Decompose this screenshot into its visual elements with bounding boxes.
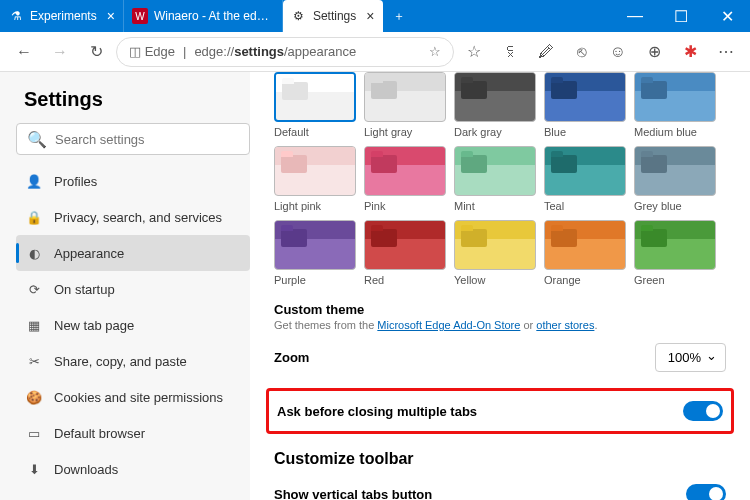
- theme-label: Pink: [364, 200, 446, 212]
- theme-label: Medium blue: [634, 126, 716, 138]
- feedback-button[interactable]: ☺: [602, 36, 634, 68]
- tab-label: Winaero - At the edge of tweak: [154, 9, 274, 23]
- collections-button[interactable]: ⫁: [494, 36, 526, 68]
- theme-label: Teal: [544, 200, 626, 212]
- separator: |: [183, 44, 186, 59]
- back-button[interactable]: ←: [8, 36, 40, 68]
- theme-blue[interactable]: Blue: [544, 72, 626, 138]
- nav-icon: ✂: [26, 354, 42, 369]
- close-window-button[interactable]: ✕: [704, 0, 750, 32]
- theme-light-pink[interactable]: Light pink: [274, 146, 356, 212]
- theme-teal[interactable]: Teal: [544, 146, 626, 212]
- theme-purple[interactable]: Purple: [274, 220, 356, 286]
- new-tab-button[interactable]: ＋: [383, 0, 415, 32]
- close-icon[interactable]: ×: [107, 8, 115, 24]
- nav-label: Default browser: [54, 426, 145, 441]
- zoom-row: Zoom 100%: [274, 331, 726, 384]
- sidebar-item-on-startup[interactable]: ⟳On startup: [16, 271, 250, 307]
- flask-icon: ⚗: [8, 8, 24, 24]
- theme-red[interactable]: Red: [364, 220, 446, 286]
- sidebar-item-profiles[interactable]: 👤Profiles: [16, 163, 250, 199]
- sidebar-item-cookies-and-site-permissions[interactable]: 🍪Cookies and site permissions: [16, 379, 250, 415]
- search-settings[interactable]: 🔍: [16, 123, 250, 155]
- ask-close-tabs-label: Ask before closing multiple tabs: [277, 404, 477, 419]
- theme-label: Light gray: [364, 126, 446, 138]
- customize-toolbar-heading: Customize toolbar: [274, 450, 726, 468]
- sidebar-item-downloads[interactable]: ⬇Downloads: [16, 451, 250, 487]
- edit-button[interactable]: 🖉: [530, 36, 562, 68]
- sidebar-item-appearance[interactable]: ◐Appearance: [16, 235, 250, 271]
- vertical-tabs-row: Show vertical tabs button: [274, 472, 726, 500]
- sidebar-item-default-browser[interactable]: ▭Default browser: [16, 415, 250, 451]
- nav-icon: 🔒: [26, 210, 42, 225]
- highlighted-setting: Ask before closing multiple tabs: [266, 388, 734, 434]
- theme-medium-blue[interactable]: Medium blue: [634, 72, 716, 138]
- search-input[interactable]: [55, 132, 239, 147]
- theme-default[interactable]: Default: [274, 72, 356, 138]
- sidebar-item-share-copy-and-paste[interactable]: ✂Share, copy, and paste: [16, 343, 250, 379]
- nav-icon: ▦: [26, 318, 42, 333]
- forward-button[interactable]: →: [44, 36, 76, 68]
- theme-grey-blue[interactable]: Grey blue: [634, 146, 716, 212]
- gear-icon: ⚙: [291, 8, 307, 24]
- nav-icon: ▭: [26, 426, 42, 441]
- vertical-tabs-toggle[interactable]: [686, 484, 726, 500]
- nav-label: Cookies and site permissions: [54, 390, 223, 405]
- star-icon[interactable]: ☆: [429, 44, 441, 59]
- reload-button[interactable]: ↻: [80, 36, 112, 68]
- site-icon: W: [132, 8, 148, 24]
- tab-winaero[interactable]: W Winaero - At the edge of tweak: [124, 0, 283, 32]
- theme-pink[interactable]: Pink: [364, 146, 446, 212]
- sidebar-item-family-safety[interactable]: ♡Family safety: [16, 487, 250, 500]
- ask-close-tabs-toggle[interactable]: [683, 401, 723, 421]
- favorites-button[interactable]: ☆: [458, 36, 490, 68]
- zoom-label: Zoom: [274, 350, 309, 365]
- theme-mint[interactable]: Mint: [454, 146, 536, 212]
- address-bar[interactable]: ◫ Edge | edge://settings/appearance ☆: [116, 37, 454, 67]
- main-content: DefaultLight grayDark grayBlueMedium blu…: [250, 72, 750, 500]
- close-icon[interactable]: ×: [366, 8, 374, 24]
- nav-label: Share, copy, and paste: [54, 354, 187, 369]
- theme-yellow[interactable]: Yellow: [454, 220, 536, 286]
- profile-button[interactable]: ✱: [674, 36, 706, 68]
- sidebar-item-privacy-search-and-services[interactable]: 🔒Privacy, search, and services: [16, 199, 250, 235]
- share-button[interactable]: ⎋: [566, 36, 598, 68]
- nav-icon: ⬇: [26, 462, 42, 477]
- tab-label: Experiments: [30, 9, 97, 23]
- theme-label: Purple: [274, 274, 356, 286]
- titlebar: ⚗ Experiments × W Winaero - At the edge …: [0, 0, 750, 32]
- theme-label: Light pink: [274, 200, 356, 212]
- zoom-select[interactable]: 100%: [655, 343, 726, 372]
- theme-label: Orange: [544, 274, 626, 286]
- nav-label: On startup: [54, 282, 115, 297]
- theme-green[interactable]: Green: [634, 220, 716, 286]
- addon-store-link[interactable]: Microsoft Edge Add-On Store: [377, 319, 520, 331]
- theme-label: Yellow: [454, 274, 536, 286]
- theme-dark-gray[interactable]: Dark gray: [454, 72, 536, 138]
- sidebar: Settings 🔍 👤Profiles🔒Privacy, search, an…: [0, 72, 250, 500]
- nav-label: Downloads: [54, 462, 118, 477]
- site-identity: ◫ Edge: [129, 44, 175, 59]
- theme-label: Red: [364, 274, 446, 286]
- extensions-button[interactable]: ⊕: [638, 36, 670, 68]
- theme-orange[interactable]: Orange: [544, 220, 626, 286]
- menu-button[interactable]: ⋯: [710, 36, 742, 68]
- other-stores-link[interactable]: other stores: [536, 319, 594, 331]
- minimize-button[interactable]: —: [612, 0, 658, 32]
- tab-experiments[interactable]: ⚗ Experiments ×: [0, 0, 124, 32]
- tab-settings[interactable]: ⚙ Settings ×: [283, 0, 384, 32]
- nav-label: Privacy, search, and services: [54, 210, 222, 225]
- maximize-button[interactable]: ☐: [658, 0, 704, 32]
- nav-label: New tab page: [54, 318, 134, 333]
- tab-label: Settings: [313, 9, 356, 23]
- nav-icon: 🍪: [26, 390, 42, 405]
- theme-light-gray[interactable]: Light gray: [364, 72, 446, 138]
- nav-label: Profiles: [54, 174, 97, 189]
- custom-theme-sub: Get themes from the Microsoft Edge Add-O…: [274, 319, 726, 331]
- nav-label: Appearance: [54, 246, 124, 261]
- search-icon: 🔍: [27, 130, 47, 149]
- sidebar-item-new-tab-page[interactable]: ▦New tab page: [16, 307, 250, 343]
- nav-icon: 👤: [26, 174, 42, 189]
- nav-icon: ⟳: [26, 282, 42, 297]
- url-text: edge://settings/appearance: [194, 44, 421, 59]
